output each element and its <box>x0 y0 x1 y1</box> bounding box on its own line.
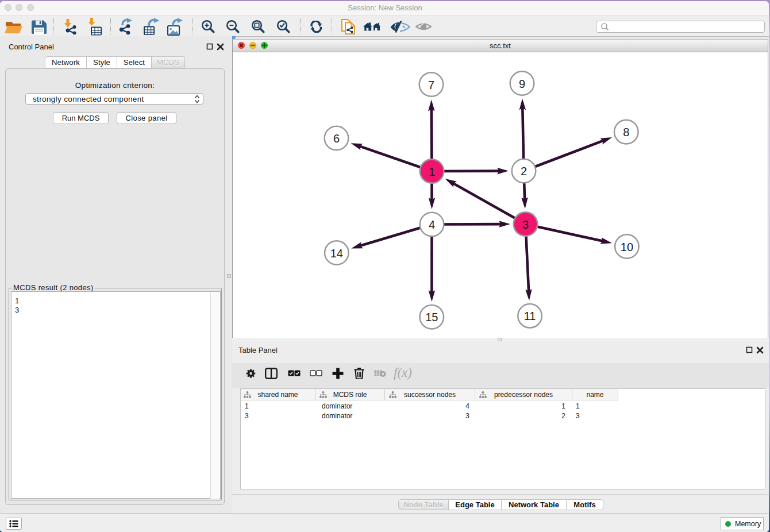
svg-text:11: 11 <box>524 310 536 322</box>
svg-text:10: 10 <box>621 240 633 253</box>
svg-text:6: 6 <box>333 132 340 145</box>
svg-text:7: 7 <box>428 78 434 91</box>
svg-text:1: 1 <box>429 165 435 178</box>
svg-text:9: 9 <box>519 77 525 90</box>
svg-text:4: 4 <box>429 218 435 231</box>
svg-text:3: 3 <box>522 218 529 230</box>
svg-text:2: 2 <box>521 165 527 178</box>
svg-text:15: 15 <box>425 311 438 323</box>
svg-text:14: 14 <box>330 246 343 259</box>
svg-text:8: 8 <box>623 126 629 138</box>
